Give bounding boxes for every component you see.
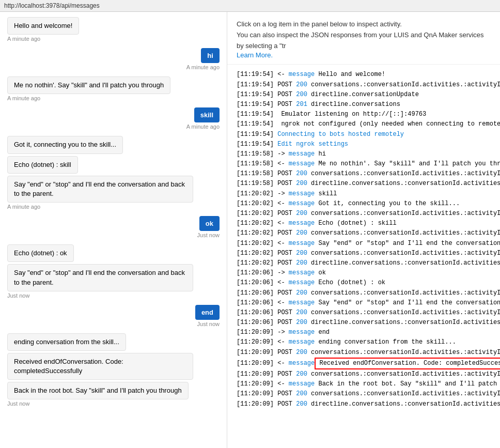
log-line[interactable]: [11:20:06] POST 200 conversations.:conve…	[237, 308, 491, 318]
log-line[interactable]: [11:19:58] POST 200 conversations.:conve…	[237, 169, 491, 179]
log-path: conversations.:conversationId.activities…	[307, 308, 500, 318]
log-status-link[interactable]: 200	[296, 288, 307, 298]
log-link[interactable]: Edit ngrok settings	[277, 140, 348, 149]
log-text-highlighted: Received endOfConversation. Code: comple…	[315, 358, 500, 369]
log-type-link[interactable]: message	[289, 268, 315, 278]
log-type-link[interactable]: message	[289, 359, 315, 368]
log-time: [11:20:02]	[237, 189, 277, 199]
log-type-link[interactable]: message	[289, 328, 315, 337]
log-line[interactable]: [11:19:54] POST 200 directline.conversat…	[237, 90, 491, 100]
log-time: [11:19:54]	[237, 70, 277, 80]
user-bubble[interactable]: end	[195, 305, 220, 320]
user-bubble[interactable]: hi	[201, 48, 220, 63]
bot-bubble[interactable]: Back in the root bot. Say "skill" and I'…	[7, 382, 189, 399]
log-line[interactable]: [11:20:02] POST 200 conversations.:conve…	[237, 209, 491, 219]
log-line[interactable]: [11:19:54] POST 200 conversations.:conve…	[237, 80, 491, 90]
log-status-link[interactable]: 200	[296, 308, 307, 318]
log-status-link[interactable]: 200	[296, 169, 307, 179]
log-line[interactable]: [11:20:09] POST 200 conversations.:conve…	[237, 389, 491, 399]
inspect-header: Click on a log item in the panel below t…	[227, 12, 500, 65]
log-type-link[interactable]: message	[289, 379, 315, 389]
log-type-link[interactable]: message	[289, 159, 315, 169]
log-direction: ->	[277, 328, 289, 337]
log-line[interactable]: [11:19:54] Connecting to bots hosted rem…	[237, 130, 491, 140]
log-direction: POST	[277, 348, 296, 358]
log-line[interactable]: [11:20:02] -> message skill	[237, 189, 491, 199]
log-status-link[interactable]: 200	[296, 179, 307, 189]
log-line[interactable]: [11:19:54] <- message Hello and welcome!	[237, 70, 491, 80]
log-status-link[interactable]: 200	[296, 249, 307, 258]
log-type-link[interactable]: message	[289, 149, 315, 159]
log-line[interactable]: [11:20:09] POST 200 conversations.:conve…	[237, 348, 491, 358]
log-text: Say "end" or "stop" and I'll end the con…	[315, 298, 500, 308]
bot-bubble[interactable]: Say "end" or "stop" and I'll end the con…	[7, 176, 193, 203]
log-time: [11:19:54]	[237, 90, 277, 100]
log-line[interactable]: [11:19:58] <- message Me no nothin'. Say…	[237, 159, 491, 169]
log-status-link[interactable]: 200	[296, 228, 307, 238]
log-line[interactable]: [11:19:54] Emulator listening on http://…	[237, 110, 491, 119]
log-line[interactable]: [11:20:09] -> message end	[237, 328, 491, 337]
log-status-link[interactable]: 200	[296, 399, 307, 409]
log-status-link[interactable]: 200	[296, 369, 307, 379]
log-type-link[interactable]: message	[289, 278, 315, 288]
log-time: [11:20:06]	[237, 278, 277, 288]
bot-bubble[interactable]: Echo (dotnet) : skill	[7, 156, 78, 174]
log-line[interactable]: [11:19:54] Edit ngrok settings	[237, 140, 491, 149]
log-line[interactable]: [11:20:06] -> message ok	[237, 268, 491, 278]
timestamp: A minute ago	[7, 36, 40, 42]
inspect-line2: You can also inspect the JSON responses …	[237, 30, 491, 52]
log-line[interactable]: [11:20:02] <- message Echo (dotnet) : sk…	[237, 219, 491, 228]
bot-bubble[interactable]: ending conversation from the skill...	[7, 333, 126, 351]
log-status-link[interactable]: 200	[296, 258, 307, 268]
bot-bubble[interactable]: Got it, connecting you to the skill...	[7, 136, 123, 153]
log-type-link[interactable]: message	[289, 298, 315, 308]
log-line[interactable]: [11:20:02] POST 200 conversations.:conve…	[237, 228, 491, 238]
user-bubble[interactable]: skill	[194, 107, 220, 122]
log-path: conversations.:conversationId.activities…	[307, 348, 500, 358]
log-link[interactable]: Connecting to bots hosted remotely	[277, 130, 404, 140]
bot-bubble[interactable]: Echo (dotnet) : ok	[7, 244, 74, 262]
log-type-link[interactable]: message	[289, 337, 315, 347]
log-type-link[interactable]: message	[289, 189, 315, 199]
log-line[interactable]: [11:20:09] <- message Received endOfConv…	[237, 358, 491, 369]
log-line[interactable]: [11:20:06] <- message Say "end" or "stop…	[237, 298, 491, 308]
log-time: [11:20:09]	[237, 399, 277, 409]
log-path: directline.conversations.:conversationId…	[307, 399, 500, 409]
bot-bubble[interactable]: Hello and welcome!	[7, 17, 79, 35]
log-status-link[interactable]: 201	[296, 100, 307, 110]
log-path: directline.conversations.:conversationId…	[307, 318, 500, 328]
log-status-link[interactable]: 200	[296, 80, 307, 90]
log-line[interactable]: [11:20:02] <- message Say "end" or "stop…	[237, 239, 491, 249]
log-line[interactable]: [11:19:58] POST 200 directline.conversat…	[237, 179, 491, 189]
log-status-link[interactable]: 200	[296, 348, 307, 358]
log-line[interactable]: [11:20:09] POST 200 conversations.:conve…	[237, 369, 491, 379]
log-line[interactable]: [11:19:58] -> message hi	[237, 149, 491, 159]
log-status-link[interactable]: 200	[296, 90, 307, 100]
log-type-link[interactable]: message	[289, 199, 315, 209]
log-status-link[interactable]: 200	[296, 209, 307, 219]
log-line[interactable]: [11:20:02] POST 200 directline.conversat…	[237, 258, 491, 268]
log-line[interactable]: [11:20:09] <- message ending conversatio…	[237, 337, 491, 347]
log-type-link[interactable]: message	[289, 219, 315, 228]
log-time: [11:19:58]	[237, 149, 277, 159]
log-line[interactable]: [11:20:09] POST 200 directline.conversat…	[237, 399, 491, 409]
log-type-link[interactable]: message	[289, 70, 315, 80]
log-line[interactable]: [11:20:02] <- message Got it, connecting…	[237, 199, 491, 209]
user-bubble[interactable]: ok	[199, 216, 220, 231]
bot-bubble[interactable]: Received endOfConversation. Code: comple…	[7, 353, 193, 380]
log-line[interactable]: [11:20:06] <- message Echo (dotnet) : ok	[237, 278, 491, 288]
bot-bubble[interactable]: Say "end" or "stop" and I'll end the con…	[7, 264, 193, 291]
log-type-link[interactable]: message	[289, 239, 315, 249]
bot-bubble[interactable]: Me no nothin'. Say "skill" and I'll patc…	[7, 76, 170, 94]
log-line[interactable]: [11:20:09] <- message Back in the root b…	[237, 379, 491, 389]
log-line[interactable]: [11:20:06] POST 200 directline.conversat…	[237, 318, 491, 328]
log-status-link[interactable]: 200	[296, 318, 307, 328]
log-direction: POST	[277, 308, 296, 318]
log-text: Echo (dotnet) : skill	[315, 219, 396, 228]
log-line[interactable]: [11:19:54] ngrok not configured (only ne…	[237, 119, 491, 129]
log-status-link[interactable]: 200	[296, 389, 307, 399]
learn-more-link[interactable]: Learn More.	[237, 51, 273, 59]
log-line[interactable]: [11:19:54] POST 201 directline.conversat…	[237, 100, 491, 110]
log-line[interactable]: [11:20:02] POST 200 conversations.:conve…	[237, 249, 491, 258]
log-line[interactable]: [11:20:06] POST 200 conversations.:conve…	[237, 288, 491, 298]
